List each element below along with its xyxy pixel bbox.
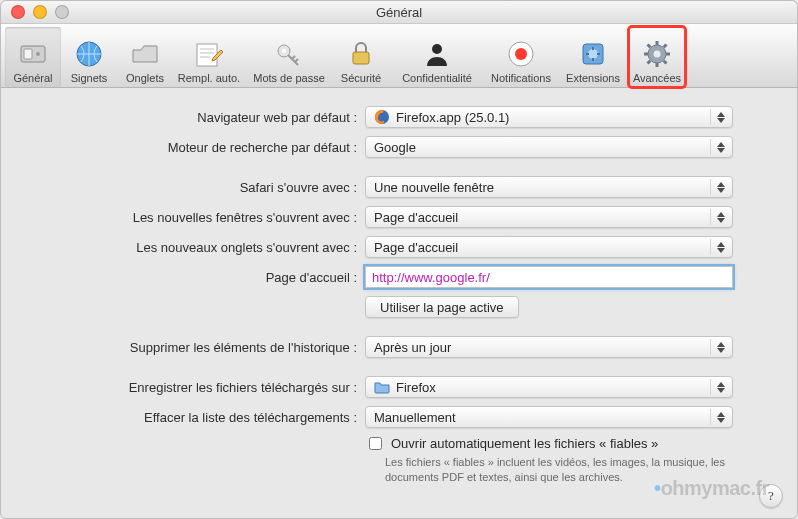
toolbar-label: Avancées [633, 72, 681, 84]
downloads-popup[interactable]: Firefox [365, 376, 733, 398]
svg-point-8 [432, 44, 442, 54]
popup-value: Après un jour [374, 340, 451, 355]
notification-icon [505, 38, 537, 70]
chevrons-icon [710, 379, 728, 395]
toolbar-tabs[interactable]: Onglets [117, 27, 173, 87]
toolbar-label: Notifications [491, 72, 551, 84]
minimize-window-button[interactable] [33, 5, 47, 19]
toolbar-label: Général [13, 72, 52, 84]
popup-value: Page d'accueil [374, 240, 458, 255]
svg-point-12 [588, 49, 598, 59]
gear-icon [641, 38, 673, 70]
svg-point-14 [654, 51, 661, 58]
popup-value: Manuellement [374, 410, 456, 425]
window-title: Général [1, 5, 797, 20]
clear-downloads-label: Effacer la liste des téléchargements : [27, 410, 365, 425]
chevrons-icon [710, 209, 728, 225]
silhouette-icon [421, 38, 453, 70]
toolbar-notifications[interactable]: Notifications [485, 27, 557, 87]
default-browser-popup[interactable]: Firefox.app (25.0.1) [365, 106, 733, 128]
safe-open-description: Les fichiers « fiables » incluent les vi… [385, 455, 745, 485]
new-tabs-popup[interactable]: Page d'accueil [365, 236, 733, 258]
new-windows-label: Les nouvelles fenêtres s'ouvrent avec : [27, 210, 365, 225]
close-window-button[interactable] [11, 5, 25, 19]
popup-value: Firefox.app (25.0.1) [396, 110, 509, 125]
help-button[interactable]: ? [759, 484, 783, 508]
toolbar-autofill[interactable]: Rempl. auto. [173, 27, 245, 87]
chevrons-icon [710, 339, 728, 355]
popup-value: Page d'accueil [374, 210, 458, 225]
toolbar-extensions[interactable]: Extensions [557, 27, 629, 87]
preferences-window: Général Général Signets Onglets Rem [0, 0, 798, 519]
zoom-window-button[interactable] [55, 5, 69, 19]
svg-point-6 [282, 49, 286, 53]
svg-rect-4 [197, 44, 217, 66]
folder-icon [374, 379, 390, 395]
popup-value: Firefox [396, 380, 436, 395]
toolbar-label: Sécurité [341, 72, 381, 84]
default-search-label: Moteur de recherche par défaut : [27, 140, 365, 155]
window-controls [1, 5, 69, 19]
clear-downloads-popup[interactable]: Manuellement [365, 406, 733, 428]
lock-icon [345, 38, 377, 70]
toolbar-privacy[interactable]: Confidentialité [389, 27, 485, 87]
downloads-label: Enregistrer les fichiers téléchargés sur… [27, 380, 365, 395]
safe-open-label: Ouvrir automatiquement les fichiers « fi… [391, 436, 658, 451]
firefox-icon [374, 109, 390, 125]
general-pane: Navigateur web par défaut : Firefox.app … [1, 88, 797, 518]
homepage-label: Page d'accueil : [27, 270, 365, 285]
toolbar-bookmarks[interactable]: Signets [61, 27, 117, 87]
chevrons-icon [710, 179, 728, 195]
svg-point-2 [36, 52, 40, 56]
opens-with-label: Safari s'ouvre avec : [27, 180, 365, 195]
svg-point-10 [515, 48, 527, 60]
pencil-form-icon [193, 38, 225, 70]
chevrons-icon [710, 109, 728, 125]
toolbar-security[interactable]: Sécurité [333, 27, 389, 87]
history-popup[interactable]: Après un jour [365, 336, 733, 358]
popup-value: Une nouvelle fenêtre [374, 180, 494, 195]
toolbar-general[interactable]: Général [5, 27, 61, 87]
toolbar-label: Mots de passe [253, 72, 325, 84]
toolbar-label: Signets [71, 72, 108, 84]
chevrons-icon [710, 409, 728, 425]
puzzle-gear-icon [577, 38, 609, 70]
globe-icon [73, 38, 105, 70]
tabs-icon [129, 38, 161, 70]
toolbar-label: Rempl. auto. [178, 72, 240, 84]
toolbar-label: Extensions [566, 72, 620, 84]
default-search-popup[interactable]: Google [365, 136, 733, 158]
toolbar-label: Onglets [126, 72, 164, 84]
key-icon [273, 38, 305, 70]
toolbar-label: Confidentialité [402, 72, 472, 84]
titlebar: Général [1, 1, 797, 24]
toolbar-passwords[interactable]: Mots de passe [245, 27, 333, 87]
toolbar-advanced[interactable]: Avancées [629, 27, 685, 87]
homepage-input[interactable] [365, 266, 733, 288]
new-windows-popup[interactable]: Page d'accueil [365, 206, 733, 228]
preferences-toolbar: Général Signets Onglets Rempl. auto. Mot [1, 24, 797, 88]
use-current-page-button[interactable]: Utiliser la page active [365, 296, 519, 318]
safe-open-checkbox[interactable] [369, 437, 382, 450]
help-glyph: ? [768, 488, 774, 504]
switch-icon [17, 38, 49, 70]
chevrons-icon [710, 139, 728, 155]
popup-value: Google [374, 140, 416, 155]
history-label: Supprimer les éléments de l'historique : [27, 340, 365, 355]
svg-rect-7 [353, 52, 369, 64]
svg-rect-1 [24, 49, 32, 59]
new-tabs-label: Les nouveaux onglets s'ouvrent avec : [27, 240, 365, 255]
default-browser-label: Navigateur web par défaut : [27, 110, 365, 125]
opens-with-popup[interactable]: Une nouvelle fenêtre [365, 176, 733, 198]
chevrons-icon [710, 239, 728, 255]
